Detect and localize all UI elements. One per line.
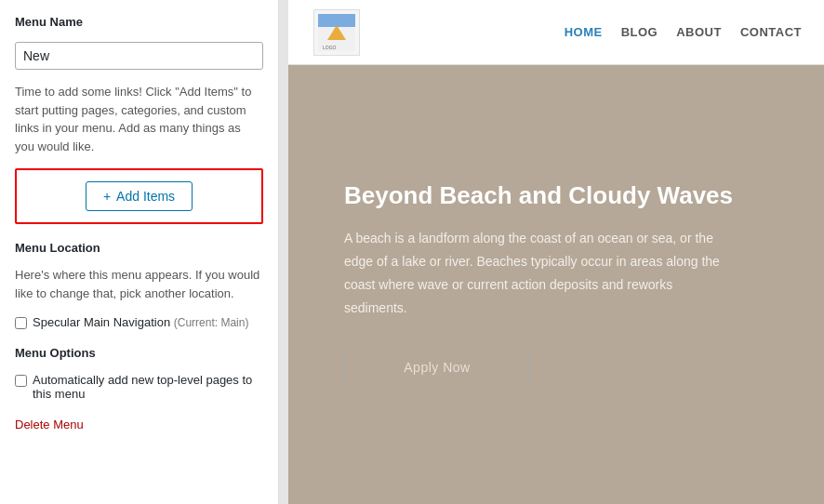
main-nav-label: Specular Main Navigation (Current: Main) — [33, 315, 248, 329]
main-nav-checkbox-row: Specular Main Navigation (Current: Main) — [15, 315, 263, 329]
menu-name-label: Menu Name — [15, 15, 263, 29]
nav-blog[interactable]: BLOG — [621, 25, 658, 39]
add-items-box: + Add Items — [15, 168, 263, 224]
right-panel: LOGO HOME BLOG ABOUT CONTACT Beyond Beac… — [288, 0, 824, 504]
nav-about[interactable]: ABOUT — [676, 25, 722, 39]
site-logo: LOGO — [311, 7, 362, 58]
svg-rect-1 — [318, 14, 355, 27]
hero-section: Beyond Beach and Cloudy Waves A beach is… — [288, 65, 824, 504]
auto-add-checkbox[interactable] — [15, 375, 27, 387]
menu-location-title: Menu Location — [15, 241, 263, 255]
nav-links: HOME BLOG ABOUT CONTACT — [565, 25, 802, 39]
delete-menu-link[interactable]: Delete Menu — [15, 418, 263, 431]
add-items-label: Add Items — [116, 189, 175, 204]
menu-location-desc: Here's where this menu appears. If you w… — [15, 266, 263, 302]
main-nav-checkbox[interactable] — [15, 317, 27, 329]
plus-icon: + — [103, 189, 111, 204]
hero-body: A beach is a landform along the coast of… — [344, 227, 735, 321]
hero-title: Beyond Beach and Cloudy Waves — [344, 180, 768, 212]
svg-text:LOGO: LOGO — [323, 45, 337, 50]
site-nav: LOGO HOME BLOG ABOUT CONTACT — [288, 0, 824, 65]
auto-add-checkbox-row: Automatically add new top-level pages to… — [15, 373, 263, 401]
nav-contact[interactable]: CONTACT — [740, 25, 802, 39]
add-items-button[interactable]: + Add Items — [86, 181, 193, 211]
left-panel: Menu Name Time to add some links! Click … — [0, 0, 279, 504]
auto-add-label: Automatically add new top-level pages to… — [33, 373, 263, 401]
logo-image: LOGO — [313, 9, 360, 56]
panel-divider — [279, 0, 288, 504]
menu-options-title: Menu Options — [15, 346, 263, 360]
nav-home[interactable]: HOME — [565, 25, 603, 39]
apply-now-button[interactable]: Apply Now — [344, 346, 530, 389]
add-items-hint: Time to add some links! Click "Add Items… — [15, 83, 263, 155]
menu-name-input[interactable] — [15, 42, 263, 70]
